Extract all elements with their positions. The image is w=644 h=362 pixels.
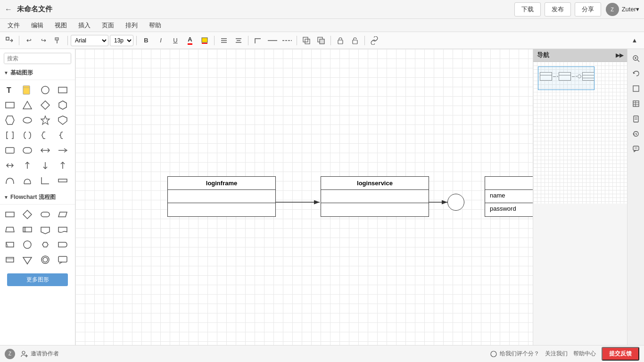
menu-page[interactable]: 页面	[97, 20, 119, 31]
shape-arrow-u2[interactable]	[56, 158, 70, 173]
rate-us-button[interactable]: 给我们评个分？	[490, 350, 539, 358]
shape-rect[interactable]	[56, 83, 70, 97]
fc-circle2[interactable]	[38, 253, 52, 267]
shape-bracket3[interactable]	[38, 128, 52, 142]
fc-rect2[interactable]	[20, 222, 34, 237]
shape-rounded[interactable]	[20, 143, 34, 157]
menu-view[interactable]: 视图	[50, 20, 72, 31]
link-button[interactable]	[368, 34, 381, 47]
fc-preparation[interactable]	[38, 238, 52, 252]
shape-arrow-lr2[interactable]	[3, 158, 17, 173]
underline-button[interactable]: U	[169, 34, 182, 47]
fc-manual[interactable]	[3, 238, 17, 252]
shape-star[interactable]	[38, 113, 52, 127]
font-color-button[interactable]: A	[183, 34, 197, 47]
shape-hexagon2[interactable]	[3, 113, 17, 127]
valign-button[interactable]	[232, 34, 245, 47]
select-tool[interactable]	[629, 82, 643, 95]
menu-arrange[interactable]: 排列	[121, 20, 142, 31]
collapse-toolbar-button[interactable]: ▲	[628, 34, 641, 47]
font-family-select[interactable]: Arial	[71, 35, 108, 46]
follow-us-button[interactable]: 关注我们	[545, 350, 568, 358]
undo-button[interactable]: ↩	[22, 34, 35, 47]
shape-corner[interactable]	[38, 173, 52, 188]
shape-extra[interactable]	[56, 173, 70, 188]
shape-circle[interactable]	[38, 83, 52, 97]
zoom-in-tool[interactable]	[629, 52, 643, 65]
fc-connector[interactable]	[20, 238, 34, 252]
align-button[interactable]	[217, 34, 231, 47]
uml-class-user[interactable]: user name password	[485, 176, 533, 217]
menu-help[interactable]: 帮助	[144, 20, 166, 31]
feedback-button[interactable]: 提交反馈	[602, 347, 639, 361]
redo-button[interactable]: ↪	[37, 34, 50, 47]
fc-process[interactable]	[3, 207, 17, 222]
fc-offpage[interactable]	[38, 222, 52, 237]
unlock-button[interactable]	[348, 34, 362, 47]
shape-note[interactable]	[20, 83, 34, 97]
font-size-select[interactable]: 13px	[110, 35, 133, 46]
history-tool[interactable]	[629, 127, 643, 140]
shape-ellipse[interactable]	[20, 113, 34, 127]
more-shapes-button[interactable]: 更多图形	[7, 273, 68, 286]
copy-format-button[interactable]	[300, 34, 313, 47]
undo-tool[interactable]	[629, 67, 643, 80]
fc-delay[interactable]	[56, 238, 70, 252]
zoom-fit-button[interactable]	[3, 34, 16, 47]
table-tool[interactable]	[629, 97, 643, 110]
nav-collapse-button[interactable]: ▶▶	[616, 52, 623, 58]
shape-arrow-r[interactable]	[56, 143, 70, 157]
menu-edit[interactable]: 编辑	[26, 20, 48, 31]
paste-format-button[interactable]	[314, 34, 328, 47]
line-corner-button[interactable]	[251, 34, 264, 47]
line-style-1-button[interactable]	[266, 34, 279, 47]
fc-callout[interactable]	[56, 253, 70, 267]
comment-tool[interactable]	[629, 142, 643, 156]
fc-merge[interactable]	[20, 253, 34, 267]
uml-interface-circle[interactable]	[447, 194, 464, 211]
shape-shield[interactable]	[56, 113, 70, 127]
help-center-button[interactable]: 帮助中心	[573, 350, 596, 358]
fc-document[interactable]	[56, 222, 70, 237]
uml-class-loginservice[interactable]: loginservice	[321, 176, 429, 217]
basic-shapes-header[interactable]: ▼ 基础图形	[0, 66, 75, 80]
bold-button[interactable]: B	[140, 34, 153, 47]
back-button[interactable]: ←	[5, 5, 12, 14]
invite-collaborator-button[interactable]: 邀请协作者	[21, 350, 59, 358]
fc-data[interactable]	[56, 207, 70, 222]
shape-bracket1[interactable]	[3, 128, 17, 142]
shape-rect3[interactable]	[3, 143, 17, 157]
menu-insert[interactable]: 插入	[74, 20, 95, 31]
italic-button[interactable]: I	[154, 34, 167, 47]
shape-arrow-d[interactable]	[38, 158, 52, 173]
nav-viewport[interactable]	[538, 66, 594, 90]
shape-bracket2[interactable]	[20, 128, 34, 142]
fc-parallel[interactable]	[3, 222, 17, 237]
shape-triangle[interactable]	[20, 98, 34, 112]
fc-decision[interactable]	[20, 207, 34, 222]
shape-arch2[interactable]	[20, 173, 34, 188]
line-style-2-button[interactable]	[281, 34, 294, 47]
shape-hexagon[interactable]	[56, 98, 70, 112]
shape-rect2[interactable]	[3, 98, 17, 112]
shape-diamond[interactable]	[38, 98, 52, 112]
shape-curly[interactable]	[56, 128, 70, 142]
share-button[interactable]: 分享	[575, 2, 601, 16]
nav-preview[interactable]	[533, 62, 627, 204]
download-button[interactable]: 下载	[514, 2, 541, 16]
menu-file[interactable]: 文件	[3, 20, 25, 31]
fc-terminal[interactable]	[38, 207, 52, 222]
uml-class-loginframe[interactable]: loginframe	[167, 176, 276, 217]
lock-button[interactable]	[334, 34, 347, 47]
shape-arrow-lr[interactable]	[38, 143, 52, 157]
search-input[interactable]	[4, 53, 71, 64]
page-tool[interactable]	[629, 112, 643, 125]
fc-stored[interactable]	[3, 253, 17, 267]
flowchart-header[interactable]: ▼ Flowchart 流程图	[0, 190, 75, 205]
shape-text[interactable]: T	[3, 83, 17, 97]
publish-button[interactable]: 发布	[545, 2, 571, 16]
canvas-background[interactable]: loginframe loginservice	[75, 49, 533, 362]
fill-color-button[interactable]	[198, 34, 211, 47]
format-painter-button[interactable]	[51, 34, 65, 47]
user-area[interactable]: Z Zuter▾	[606, 3, 639, 16]
